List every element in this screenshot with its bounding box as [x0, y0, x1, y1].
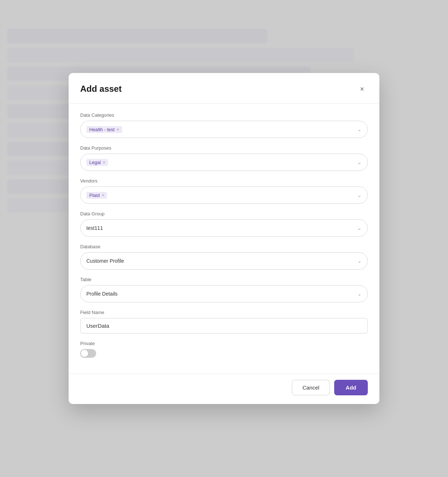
- vendors-tags: Plaid ×: [86, 192, 354, 199]
- field-name-input[interactable]: [80, 318, 368, 334]
- vendors-label: Vendors: [80, 178, 368, 184]
- data-categories-group: Data Categories Health - test × ⌄: [80, 112, 368, 138]
- add-button[interactable]: Add: [334, 380, 368, 395]
- chevron-down-icon: ⌄: [357, 159, 362, 165]
- field-name-group: Field Name: [80, 310, 368, 334]
- data-group-select[interactable]: test111 ⌄: [80, 219, 368, 237]
- tag-remove-icon[interactable]: ×: [117, 127, 119, 132]
- private-toggle[interactable]: [80, 349, 96, 358]
- data-group-value: test111: [86, 225, 354, 231]
- database-label: Database: [80, 244, 368, 249]
- database-group: Database Customer Profile ⌄: [80, 244, 368, 270]
- private-toggle-wrapper: [80, 349, 368, 358]
- private-label: Private: [80, 341, 368, 346]
- table-group: Table Profile Details ⌄: [80, 277, 368, 302]
- chevron-down-icon: ⌄: [357, 126, 362, 132]
- chevron-down-icon: ⌄: [357, 291, 362, 297]
- tag-health-test: Health - test ×: [86, 126, 122, 133]
- data-categories-label: Data Categories: [80, 112, 368, 118]
- modal-header: Add asset ×: [69, 73, 379, 104]
- private-group: Private: [80, 341, 368, 358]
- modal-footer: Cancel Add: [69, 374, 379, 404]
- data-categories-tags: Health - test ×: [86, 126, 354, 133]
- modal-body: Data Categories Health - test × ⌄ Data P…: [69, 104, 379, 374]
- field-name-label: Field Name: [80, 310, 368, 315]
- table-select[interactable]: Profile Details ⌄: [80, 285, 368, 302]
- data-group-label: Data Group: [80, 211, 368, 216]
- data-purposes-tags: Legal ×: [86, 159, 354, 166]
- tag-remove-icon[interactable]: ×: [102, 193, 104, 197]
- chevron-down-icon: ⌄: [357, 225, 362, 231]
- tag-remove-icon[interactable]: ×: [103, 160, 105, 164]
- cancel-button[interactable]: Cancel: [292, 380, 330, 395]
- add-asset-modal: Add asset × Data Categories Health - tes…: [69, 73, 379, 404]
- chevron-down-icon: ⌄: [357, 192, 362, 198]
- chevron-down-icon: ⌄: [357, 258, 362, 264]
- database-select[interactable]: Customer Profile ⌄: [80, 252, 368, 270]
- tag-label: Plaid: [89, 193, 100, 198]
- vendors-select[interactable]: Plaid × ⌄: [80, 186, 368, 204]
- data-purposes-group: Data Purposes Legal × ⌄: [80, 145, 368, 171]
- tag-plaid: Plaid ×: [86, 192, 107, 199]
- tag-label: Legal: [89, 160, 101, 165]
- modal-title: Add asset: [80, 84, 122, 94]
- tag-legal: Legal ×: [86, 159, 108, 166]
- table-value: Profile Details: [86, 291, 354, 297]
- data-purposes-select[interactable]: Legal × ⌄: [80, 154, 368, 171]
- toggle-knob: [81, 350, 88, 357]
- data-categories-select[interactable]: Health - test × ⌄: [80, 121, 368, 138]
- data-group-group: Data Group test111 ⌄: [80, 211, 368, 237]
- tag-label: Health - test: [89, 127, 115, 132]
- database-value: Customer Profile: [86, 258, 354, 264]
- close-button[interactable]: ×: [356, 83, 368, 95]
- data-purposes-label: Data Purposes: [80, 145, 368, 151]
- vendors-group: Vendors Plaid × ⌄: [80, 178, 368, 204]
- table-label: Table: [80, 277, 368, 282]
